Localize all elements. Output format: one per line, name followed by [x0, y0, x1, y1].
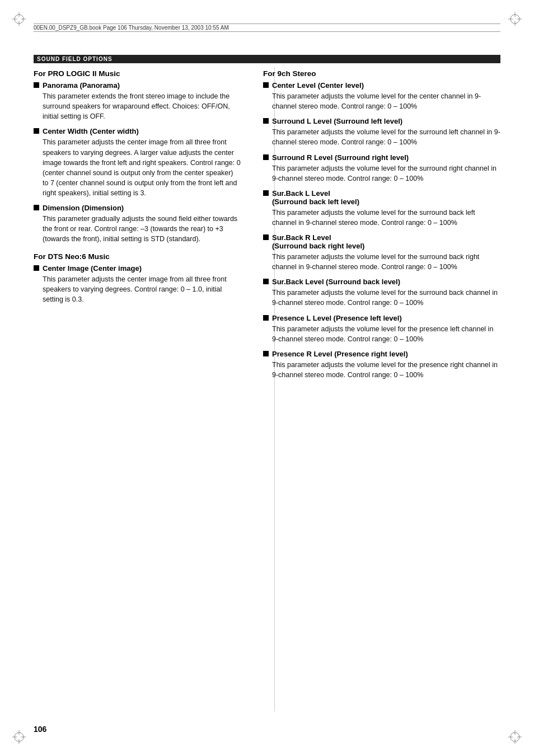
page-number: 106: [34, 725, 46, 734]
subsection-body-center-image: This parameter adjusts the center image …: [34, 274, 241, 304]
subsection-title-surback-r-level: Sur.Back R Level (Surround back right le…: [263, 233, 500, 250]
subsection-title-surround-r-level: Surround R Level (Surround right level): [263, 153, 500, 162]
section-title-pro-logic: For PRO LOGIC II Music: [34, 69, 241, 78]
svg-point-5: [510, 15, 519, 24]
subsection-title-center-width: Center Width (Center width): [34, 127, 241, 135]
subsection-body-presence-l-level: This parameter adjusts the volume level …: [263, 324, 500, 344]
bullet-icon-surround-r-level: [263, 154, 269, 160]
bullet-icon-panorama: [34, 82, 39, 88]
subsection-body-center-level: This parameter adjusts the volume level …: [263, 91, 500, 111]
subsection-title-panorama: Panorama (Panorama): [34, 81, 241, 90]
section-header-text: SOUND FIELD OPTIONS: [37, 56, 113, 62]
subsection-body-panorama: This parameter extends the front stereo …: [34, 91, 241, 121]
bullet-icon-dimension: [34, 205, 39, 210]
subsection-dimension: Dimension (Dimension) This parameter gra…: [34, 204, 241, 244]
main-content: For PRO LOGIC II Music Panorama (Panoram…: [34, 67, 500, 711]
subsection-body-surround-l-level: This parameter adjusts the volume level …: [263, 127, 500, 147]
subsection-surround-l-level: Surround L Level (Surround left level) T…: [263, 117, 500, 147]
bullet-icon-surback-l-level: [263, 190, 269, 196]
subsection-body-surback-r-level: This parameter adjusts the volume level …: [263, 252, 500, 272]
svg-point-15: [510, 732, 519, 741]
file-info: 00EN.00_DSPZ9_GB.book Page 106 Thursday,…: [34, 24, 500, 32]
bullet-icon-center-image: [34, 265, 39, 271]
subsection-title-surback-l-level: Sur.Back L Level (Surround back left lev…: [263, 189, 500, 206]
subsection-surback-r-level: Sur.Back R Level (Surround back right le…: [263, 233, 500, 272]
left-column: For PRO LOGIC II Music Panorama (Panoram…: [34, 67, 246, 711]
subsection-center-width: Center Width (Center width) This paramet…: [34, 127, 241, 198]
bullet-icon-center-level: [263, 82, 269, 88]
subsection-surround-r-level: Surround R Level (Surround right level) …: [263, 153, 500, 184]
subsection-center-image: Center Image (Center image) This paramet…: [34, 264, 241, 304]
subsection-presence-l-level: Presence L Level (Presence left level) T…: [263, 314, 500, 344]
bullet-icon-surback-level: [263, 279, 269, 284]
subsection-body-surback-level: This parameter adjusts the volume level …: [263, 288, 500, 308]
subsection-title-surback-level: Sur.Back Level (Surround back level): [263, 278, 500, 286]
crosshair-top-right: [508, 12, 522, 26]
bullet-icon-center-width: [34, 128, 39, 134]
bullet-icon-surround-l-level: [263, 118, 269, 124]
subsection-title-dimension: Dimension (Dimension): [34, 204, 241, 212]
crosshair-top-left: [12, 12, 26, 26]
subsection-title-presence-r-level: Presence R Level (Presence right level): [263, 350, 500, 358]
file-info-text: 00EN.00_DSPZ9_GB.book Page 106 Thursday,…: [34, 25, 229, 31]
subsection-title-center-image: Center Image (Center image): [34, 264, 241, 273]
subsection-panorama: Panorama (Panorama) This parameter exten…: [34, 81, 241, 121]
subsection-title-surround-l-level: Surround L Level (Surround left level): [263, 117, 500, 125]
subsection-surback-l-level: Sur.Back L Level (Surround back left lev…: [263, 189, 500, 228]
bullet-icon-surback-r-level: [263, 234, 269, 240]
crosshair-bottom-left: [12, 730, 26, 744]
svg-point-0: [15, 15, 24, 24]
right-column: For 9ch Stereo Center Level (Center leve…: [263, 67, 500, 711]
section-title-dts-neo: For DTS Neo:6 Music: [34, 252, 241, 261]
svg-point-10: [15, 732, 24, 741]
subsection-body-surback-l-level: This parameter adjusts the volume level …: [263, 208, 500, 228]
subsection-center-level: Center Level (Center level) This paramet…: [263, 81, 500, 111]
subsection-body-presence-r-level: This parameter adjusts the volume level …: [263, 360, 500, 380]
section-title-9ch-stereo: For 9ch Stereo: [263, 69, 500, 78]
subsection-title-center-level: Center Level (Center level): [263, 81, 500, 90]
subsection-body-surround-r-level: This parameter adjusts the volume level …: [263, 163, 500, 184]
subsection-title-presence-l-level: Presence L Level (Presence left level): [263, 314, 500, 322]
section-header-bar: SOUND FIELD OPTIONS: [34, 55, 500, 63]
crosshair-bottom-right: [508, 730, 522, 744]
subsection-body-dimension: This parameter gradually adjusts the sou…: [34, 214, 241, 244]
subsection-surback-level: Sur.Back Level (Surround back level) Thi…: [263, 278, 500, 308]
bullet-icon-presence-l-level: [263, 315, 269, 321]
bullet-icon-presence-r-level: [263, 351, 269, 356]
subsection-body-center-width: This parameter adjusts the center image …: [34, 137, 241, 198]
subsection-presence-r-level: Presence R Level (Presence right level) …: [263, 350, 500, 380]
page: 00EN.00_DSPZ9_GB.book Page 106 Thursday,…: [0, 0, 534, 756]
